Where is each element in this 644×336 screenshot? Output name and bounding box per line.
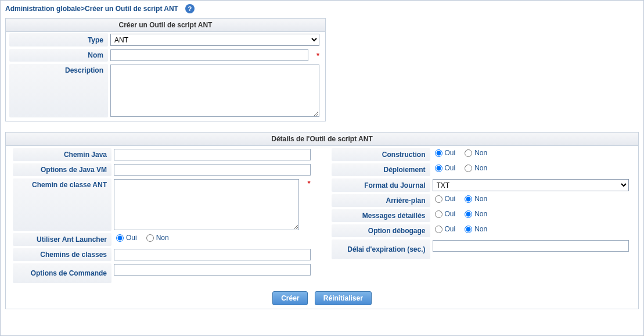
row-name: Nom * <box>6 48 325 63</box>
create-button[interactable]: Créer <box>272 291 308 305</box>
breadcrumb-root-link[interactable]: Administration globale <box>5 5 81 13</box>
radio-deploy-no[interactable]: Non <box>465 164 487 172</box>
row-debug: Option débogage Oui Non <box>328 223 635 238</box>
input-name[interactable] <box>110 49 308 61</box>
reset-button[interactable]: Réinitialiser <box>315 291 372 305</box>
details-right-col: Construction Oui Non Déploiement Oui Non <box>328 147 635 284</box>
required-marker: * <box>314 51 319 60</box>
label-use-launcher: Utiliser Ant Launcher <box>13 233 111 246</box>
panel-create-title: Créer un Outil de script ANT <box>6 19 325 32</box>
label-jvm-options: Options de Java VM <box>13 163 111 176</box>
label-log-format: Format du Journal <box>332 178 430 192</box>
input-jvm-options[interactable] <box>114 164 311 176</box>
row-classpaths: Chemins de classes <box>9 247 316 262</box>
label-build: Construction <box>332 148 430 161</box>
input-classpaths[interactable] <box>114 249 311 260</box>
row-background: Arrière-plan Oui Non <box>328 193 635 208</box>
page-container: Administration globale>Créer un Outil de… <box>0 0 644 336</box>
label-background: Arrière-plan <box>332 194 430 207</box>
radio-background-yes[interactable]: Oui <box>435 195 456 203</box>
select-type[interactable]: ANT <box>110 34 319 46</box>
row-deploy: Déploiement Oui Non <box>328 162 635 177</box>
radio-verbose-yes[interactable]: Oui <box>435 210 456 218</box>
input-cmd-options[interactable] <box>114 264 311 276</box>
row-log-format: Format du Journal TXT <box>328 177 635 193</box>
row-type: Type ANT <box>6 32 325 48</box>
breadcrumb-current: Créer un Outil de script ANT <box>85 5 178 13</box>
row-cmd-options: Options de Commande <box>9 262 316 284</box>
panel-create-tool: Créer un Outil de script ANT Type ANT No… <box>5 18 326 121</box>
radio-deploy: Oui Non <box>433 164 488 172</box>
radio-background: Oui Non <box>433 195 488 203</box>
breadcrumb-text: Administration globale>Créer un Outil de… <box>5 5 178 13</box>
label-cmd-options: Options de Commande <box>13 263 111 283</box>
row-timeout: Délai d'expiration (sec.) <box>328 238 635 260</box>
radio-use-launcher: Oui Non <box>114 234 169 242</box>
radio-verbose: Oui Non <box>433 210 488 218</box>
row-verbose: Messages détaillés Oui Non <box>328 208 635 223</box>
radio-debug-no[interactable]: Non <box>465 225 487 233</box>
textarea-ant-classpath[interactable] <box>114 179 299 230</box>
row-java-path: Chemin Java <box>9 147 316 162</box>
details-left-col: Chemin Java Options de Java VM Chemin de… <box>9 147 316 284</box>
label-ant-classpath: Chemin de classe ANT <box>13 178 111 231</box>
input-timeout[interactable] <box>433 240 629 252</box>
textarea-description[interactable] <box>110 65 319 117</box>
help-icon[interactable]: ? <box>185 4 195 13</box>
label-classpaths: Chemins de classes <box>13 248 111 261</box>
label-type: Type <box>9 33 108 47</box>
row-jvm-options: Options de Java VM <box>9 162 316 177</box>
label-debug: Option débogage <box>332 224 430 237</box>
label-verbose: Messages détaillés <box>332 209 430 222</box>
label-name: Nom <box>9 49 108 62</box>
breadcrumb-separator: > <box>81 5 85 13</box>
panel-details-title: Détails de l'Outil de script ANT <box>6 133 638 146</box>
radio-deploy-yes[interactable]: Oui <box>435 164 456 172</box>
input-java-path[interactable] <box>114 149 311 160</box>
row-use-launcher: Utiliser Ant Launcher Oui Non <box>9 232 316 247</box>
radio-verbose-no[interactable]: Non <box>465 210 487 218</box>
radio-use-launcher-yes[interactable]: Oui <box>116 234 137 242</box>
button-row: Créer Réinitialiser <box>6 287 638 309</box>
radio-build-yes[interactable]: Oui <box>435 149 456 157</box>
required-marker: * <box>305 179 310 188</box>
radio-debug: Oui Non <box>433 225 488 233</box>
row-ant-classpath: Chemin de classe ANT * <box>9 177 316 232</box>
radio-build-no[interactable]: Non <box>465 149 487 157</box>
label-timeout: Délai d'expiration (sec.) <box>332 240 430 259</box>
radio-background-no[interactable]: Non <box>465 195 487 203</box>
breadcrumb: Administration globale>Créer un Outil de… <box>1 1 643 18</box>
row-build: Construction Oui Non <box>328 147 635 162</box>
radio-use-launcher-no[interactable]: Non <box>146 234 169 242</box>
details-columns: Chemin Java Options de Java VM Chemin de… <box>6 146 638 287</box>
panel-details: Détails de l'Outil de script ANT Chemin … <box>5 132 639 309</box>
radio-build: Oui Non <box>433 149 488 157</box>
label-java-path: Chemin Java <box>13 148 111 161</box>
label-description: Description <box>9 64 108 117</box>
row-description: Description <box>6 63 325 119</box>
select-log-format[interactable]: TXT <box>433 179 629 191</box>
radio-debug-yes[interactable]: Oui <box>435 225 456 233</box>
label-deploy: Déploiement <box>332 163 430 176</box>
